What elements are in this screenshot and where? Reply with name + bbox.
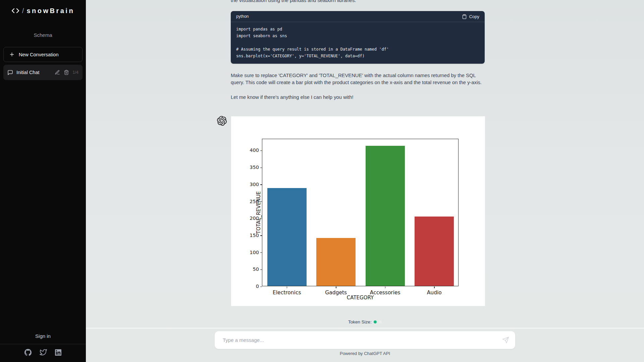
y-tick-mark bbox=[260, 168, 262, 168]
new-conversation-label: New Conversation bbox=[19, 52, 58, 57]
plot-area: TOTAL_REVENUE CATEGORY 05010015020025030… bbox=[262, 139, 459, 286]
chatgpt-api-link[interactable]: ChatGPT API bbox=[364, 351, 390, 356]
copy-code-button[interactable]: Copy bbox=[462, 14, 479, 19]
edit-conversation-icon[interactable] bbox=[55, 70, 60, 75]
y-axis-title: TOTAL_REVENUE bbox=[256, 191, 262, 234]
message-composer bbox=[215, 331, 515, 349]
delete-conversation-icon[interactable] bbox=[64, 70, 69, 75]
y-tick-label: 100 bbox=[241, 250, 259, 255]
plus-icon bbox=[9, 52, 15, 57]
bar-electronics bbox=[267, 188, 307, 286]
code-content: import pandas as pdimport seaborn as sns… bbox=[231, 22, 485, 63]
y-tick-mark bbox=[260, 150, 262, 151]
x-tick-mark bbox=[434, 287, 434, 288]
x-tick-mark bbox=[336, 287, 336, 288]
y-tick-label: 250 bbox=[241, 199, 259, 204]
bar-audio bbox=[415, 217, 454, 286]
code-block: python Copy import pandas as pdimport se… bbox=[231, 11, 485, 64]
x-tick-label: Electronics bbox=[273, 290, 301, 296]
logo-slash: / bbox=[22, 7, 24, 15]
footer-text: Powered by bbox=[340, 351, 364, 356]
x-tick-label: Accessories bbox=[370, 290, 400, 296]
x-tick-label: Gadgets bbox=[325, 290, 347, 296]
y-tick-mark bbox=[260, 184, 262, 185]
y-tick-label: 200 bbox=[241, 216, 259, 221]
token-size-green-dot bbox=[374, 320, 377, 323]
token-size-label: Token Size: bbox=[348, 319, 372, 324]
y-tick-label: 350 bbox=[241, 165, 259, 170]
y-tick-label: 300 bbox=[241, 182, 259, 187]
y-tick-mark bbox=[260, 287, 262, 287]
twitter-icon[interactable] bbox=[40, 349, 47, 356]
clipboard-icon bbox=[462, 14, 467, 19]
assistant-paragraph-1: Make sure to replace 'CATEGORY' and 'TOT… bbox=[231, 72, 486, 86]
conversation-item[interactable]: Initial Chat 1/4 bbox=[3, 65, 83, 80]
message-square-icon bbox=[7, 70, 13, 75]
y-tick-mark bbox=[260, 235, 262, 236]
sign-in-link[interactable]: Sign in bbox=[0, 333, 86, 339]
y-tick-mark bbox=[260, 269, 262, 270]
social-links bbox=[0, 349, 86, 356]
app-title: snowBrain bbox=[26, 7, 74, 15]
sidebar-divider bbox=[0, 344, 86, 344]
y-tick-mark bbox=[260, 219, 262, 219]
openai-avatar-icon bbox=[217, 116, 227, 126]
x-tick-mark bbox=[385, 287, 385, 288]
bar-gadgets bbox=[316, 238, 356, 286]
code-block-header: python Copy bbox=[231, 11, 485, 22]
conversation-count: 1/4 bbox=[73, 70, 78, 75]
linkedin-icon[interactable] bbox=[55, 349, 61, 356]
y-tick-label: 150 bbox=[241, 233, 259, 238]
chart-image: TOTAL_REVENUE CATEGORY 05010015020025030… bbox=[231, 116, 485, 306]
new-conversation-button[interactable]: New Conversation bbox=[3, 47, 83, 62]
conversation-label: Initial Chat bbox=[16, 70, 40, 75]
chat-main: the visualization using the pandas and s… bbox=[86, 0, 644, 362]
send-button[interactable] bbox=[502, 337, 509, 344]
x-tick-mark bbox=[287, 287, 287, 288]
code-brackets-icon bbox=[11, 7, 19, 15]
bar-accessories bbox=[366, 146, 405, 286]
y-tick-mark bbox=[260, 201, 262, 202]
copy-label: Copy bbox=[469, 14, 479, 19]
message-input[interactable] bbox=[223, 337, 502, 343]
x-tick-label: Audio bbox=[427, 290, 442, 296]
assistant-paragraph-2: Let me know if there's anything else I c… bbox=[231, 94, 486, 101]
sidebar: / snowBrain Schema New Conversation Init… bbox=[0, 0, 86, 362]
composer-divider bbox=[86, 328, 644, 328]
schema-label: Schema bbox=[0, 32, 86, 38]
assistant-message-clipped-line: the visualization using the pandas and s… bbox=[231, 0, 499, 4]
github-icon[interactable] bbox=[24, 349, 32, 356]
y-tick-label: 50 bbox=[241, 266, 259, 272]
code-language-label: python bbox=[236, 14, 249, 19]
y-tick-label: 400 bbox=[241, 147, 259, 153]
send-icon bbox=[502, 337, 509, 344]
token-size-row: Token Size: bbox=[86, 319, 644, 324]
y-tick-label: 0 bbox=[241, 284, 259, 289]
footer: Powered by ChatGPT API bbox=[86, 351, 644, 356]
token-size-faint-dot bbox=[379, 320, 382, 323]
y-tick-mark bbox=[260, 252, 262, 253]
app-logo: / snowBrain bbox=[0, 7, 86, 15]
